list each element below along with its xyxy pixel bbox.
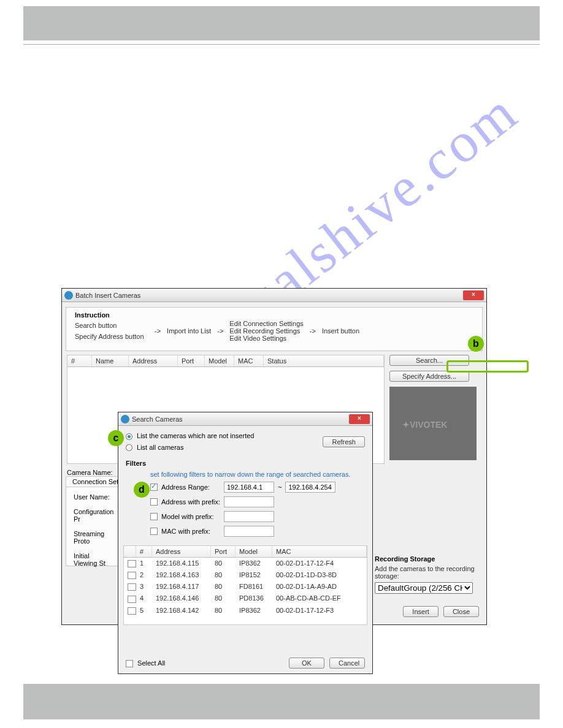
- annotation-badge-b: b: [468, 336, 484, 352]
- opt-not-inserted: List the cameras which are not inserted: [137, 432, 254, 439]
- addr-range-checkbox[interactable]: [150, 483, 158, 491]
- arrow-1: ->: [155, 327, 161, 335]
- search-title: Search Cameras: [132, 415, 183, 423]
- table-row[interactable]: 1192.168.4.11580IP836200-02-D1-17-12-F4: [124, 558, 367, 569]
- rcol-num: #: [136, 546, 152, 557]
- camera-name-label: Camera Name:: [67, 469, 113, 476]
- table-row[interactable]: 2192.168.4.16380IP815200-02-D1-1D-D3-8D: [124, 569, 367, 581]
- col-status: Status: [264, 355, 384, 366]
- model-prefix-checkbox[interactable]: [150, 513, 158, 520]
- model-prefix-label: Model with prefix:: [161, 513, 220, 520]
- col-model: Model: [205, 355, 234, 366]
- app-icon: [64, 291, 73, 300]
- arrow-2: ->: [217, 327, 223, 335]
- row-checkbox[interactable]: [128, 607, 136, 615]
- filters-hint: set following filters to narrow down the…: [150, 471, 365, 478]
- camera-preview-thumb: ✦VIVOTEK: [389, 387, 477, 460]
- viewing-label: Initial Viewing St: [74, 552, 113, 567]
- cancel-button[interactable]: Cancel: [329, 658, 365, 669]
- instruction-specify-label: Specify Address button: [75, 333, 148, 340]
- annotation-badge-d: d: [134, 482, 150, 498]
- header-rule: [23, 44, 540, 45]
- instruction-edit-vid: Edit Video Settings: [229, 335, 303, 342]
- search-results-table: # Address Port Model MAC 1192.168.4.1158…: [123, 545, 367, 625]
- search-titlebar: Search Cameras ×: [118, 412, 372, 426]
- insert-button[interactable]: Insert: [403, 606, 439, 617]
- radio-all[interactable]: [126, 444, 132, 451]
- rcol-port: Port: [211, 546, 236, 557]
- instruction-import: Import into List: [167, 327, 211, 335]
- rcol-addr: Address: [152, 546, 211, 557]
- addr-prefix-checkbox[interactable]: [150, 498, 158, 506]
- row-checkbox[interactable]: [128, 560, 136, 567]
- config-label: Configuration Pr: [74, 508, 113, 523]
- row-checkbox[interactable]: [128, 583, 136, 591]
- svg-text:✦VIVOTEK: ✦VIVOTEK: [402, 420, 447, 430]
- refresh-button[interactable]: Refresh: [323, 436, 365, 447]
- instruction-insert-label: Insert button: [322, 327, 359, 335]
- search-button[interactable]: Search...: [389, 355, 469, 366]
- radio-not-inserted[interactable]: [126, 433, 132, 440]
- col-num: #: [67, 355, 92, 366]
- col-addr: Address: [129, 355, 178, 366]
- tilde: ~: [278, 483, 282, 491]
- table-row[interactable]: 5192.168.4.14280IP836200-02-D1-17-12-F3: [124, 605, 367, 616]
- instruction-group: Instruction Search button Specify Addres…: [66, 307, 483, 351]
- close-icon[interactable]: ×: [349, 414, 370, 424]
- window-title: Batch Insert Cameras: [75, 292, 140, 299]
- storage-hint: Add the cameras to the recording storage…: [375, 565, 479, 580]
- opt-all: List all cameras: [137, 444, 183, 451]
- page-footer-bar: [23, 684, 540, 719]
- filters-header: Filters: [126, 460, 365, 467]
- username-label: User Name:: [74, 493, 113, 501]
- addr-range-label: Address Range:: [161, 483, 220, 491]
- row-checkbox[interactable]: [128, 596, 136, 603]
- ok-button[interactable]: OK: [289, 658, 324, 669]
- col-mac: MAC: [234, 355, 264, 366]
- col-port: Port: [178, 355, 205, 366]
- close-icon[interactable]: ×: [463, 290, 484, 300]
- specify-address-button[interactable]: Specify Address...: [389, 371, 469, 382]
- camera-list-header: # Name Address Port Model MAC Status: [67, 355, 384, 367]
- table-row[interactable]: 4192.168.4.14680PD813600-AB-CD-AB-CD-EF: [124, 593, 367, 604]
- instruction-edit-conn: Edit Connection Settings: [229, 320, 303, 327]
- instruction-search-label: Search button: [75, 322, 148, 329]
- streaming-label: Streaming Proto: [74, 530, 113, 545]
- results-header: # Address Port Model MAC: [124, 546, 367, 558]
- table-row[interactable]: 3192.168.4.11780FD816100-02-D1-1A-A9-AD: [124, 581, 367, 593]
- rcol-model: Model: [236, 546, 272, 557]
- search-cameras-window: Search Cameras × List the cameras which …: [118, 412, 373, 674]
- rcol-mac: MAC: [272, 546, 367, 557]
- app-icon: [121, 415, 129, 423]
- addr-prefix-input[interactable]: [224, 496, 274, 507]
- addr-from-input[interactable]: [224, 482, 274, 493]
- mac-prefix-checkbox[interactable]: [150, 528, 158, 535]
- storage-select[interactable]: DefaultGroup (2/256 CH): [375, 582, 473, 594]
- select-all-checkbox[interactable]: [126, 660, 133, 667]
- select-all-label: Select All: [137, 659, 165, 667]
- addr-to-input[interactable]: [285, 482, 335, 493]
- row-checkbox[interactable]: [128, 572, 136, 579]
- addr-prefix-label: Address with prefix:: [161, 498, 220, 506]
- mac-prefix-label: MAC with prefix:: [161, 528, 220, 535]
- arrow-3: ->: [310, 327, 316, 335]
- window-titlebar: Batch Insert Cameras ×: [62, 289, 486, 302]
- close-button[interactable]: Close: [443, 606, 479, 617]
- annotation-badge-c: c: [108, 430, 124, 446]
- model-prefix-input[interactable]: [224, 511, 274, 522]
- instruction-edit-rec: Edit Recording Settings: [229, 327, 303, 335]
- page-header-bar: [23, 6, 540, 40]
- col-name: Name: [92, 355, 129, 366]
- storage-header: Recording Storage: [375, 555, 479, 563]
- mac-prefix-input[interactable]: [224, 526, 274, 537]
